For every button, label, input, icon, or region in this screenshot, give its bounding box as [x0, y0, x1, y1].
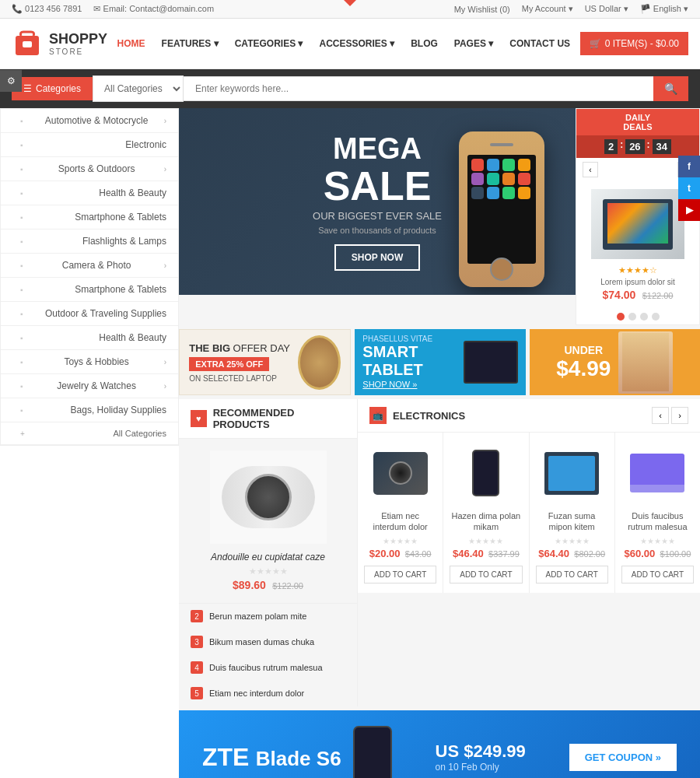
sidebar-link-outdoor[interactable]: Outdoor & Traveling Supplies [1, 302, 178, 325]
wishlist-link[interactable]: My Wishlist (0) [454, 5, 510, 14]
product-stars: ★★★★★ [536, 537, 608, 545]
account-link[interactable]: My Account ▾ [522, 4, 573, 14]
list-item[interactable]: 5 Etiam nec interdum dolor [179, 681, 357, 706]
electronics-next-button[interactable]: › [671, 407, 688, 424]
product-card: Etiam nec interdum dolor ★★★★★ $20.00 $4… [358, 433, 443, 593]
zte-coupon-button[interactable]: GET COUPON » [569, 744, 677, 771]
sidebar-link-smartphone1[interactable]: Smartphone & Tablets [1, 205, 178, 229]
product-name: Lorem ipsum dolor sit [584, 278, 691, 286]
settings-button[interactable]: ⚙ [0, 70, 22, 92]
sidebar-link-sports[interactable]: Sports & Outdoors › [1, 157, 178, 180]
list-item-label: Etiam nec interdum dolor [209, 689, 304, 698]
model-image [618, 331, 673, 394]
sub-banner-laptop[interactable]: THE BIG OFFER DAY EXTRA 25% OFF ON SELEC… [179, 329, 351, 395]
dot-active [617, 313, 625, 321]
product-pricing: $20.00 $43.00 [364, 548, 436, 559]
sidebar-link-jewelry[interactable]: Jewelry & Watches › [1, 374, 178, 398]
tv-shape [603, 199, 673, 250]
sidebar-item: Automotive & Motocrycle › [1, 109, 178, 133]
twitter-button[interactable]: t [678, 177, 700, 199]
currency-link[interactable]: US Dollar ▾ [585, 4, 628, 14]
arrow-icon: › [164, 117, 166, 125]
sidebar-link-bags[interactable]: Bags, Holiday Supplies [1, 398, 178, 422]
nav-accessories[interactable]: ACCESSORIES ▾ [313, 34, 401, 53]
product-stars: ★★★★★ [450, 537, 522, 545]
sidebar-item: Outdoor & Traveling Supplies [1, 302, 178, 326]
nav-categories[interactable]: CATEGORIES ▾ [229, 34, 310, 53]
nav-contact[interactable]: CONTACT US [503, 34, 576, 53]
recommended-list: 2 Berun mazem polam mite 3 Bikum masen d… [179, 604, 357, 706]
add-to-cart-button[interactable]: ADD TO CART [364, 566, 436, 584]
product-stars: ★★★★☆ [584, 265, 691, 275]
nav-home[interactable]: HOME [111, 34, 152, 53]
nav-blog[interactable]: BLOG [404, 34, 444, 53]
sub-banner-price: $4.99 [556, 356, 611, 381]
deals-dots [576, 309, 699, 324]
facebook-button[interactable]: f [678, 156, 700, 177]
featured-product-name: Andouille eu cupidatat caze [191, 552, 345, 562]
add-to-cart-button[interactable]: ADD TO CART [450, 566, 522, 584]
sidebar-link-smartphone2[interactable]: Smartphone & Tablets [1, 278, 178, 301]
list-item[interactable]: 3 Bikum masen dumas chuka [179, 629, 357, 655]
top-bar-right: My Wishlist (0) My Account ▾ US Dollar ▾… [454, 4, 688, 14]
sub-banner-tablet[interactable]: PHASELLUS VITAE SMART TABLET SHOP NOW » [355, 329, 525, 395]
electronics-header: 📺 ELECTRONICS ‹ › [358, 399, 700, 433]
sidebar-link-toys[interactable]: Toys & Hobbies › [1, 350, 178, 373]
dot-3 [652, 313, 660, 321]
list-item[interactable]: 2 Berun mazem polam mite [179, 604, 357, 629]
list-item-label: Bikum masen dumas chuka [209, 637, 314, 647]
sidebar-link-flashlights[interactable]: Flashlights & Lamps [1, 230, 178, 253]
social-bar: f t ▶ [678, 156, 700, 221]
category-select[interactable]: All Categories [93, 75, 184, 102]
zte-offer: US $249.99 on 10 Feb Only [436, 741, 526, 773]
shop-now-button[interactable]: SHOP NOW [334, 244, 420, 271]
nav-features[interactable]: FEATURES ▾ [156, 34, 225, 53]
featured-product-price: $89.60 $122.00 [191, 579, 345, 591]
add-to-cart-button[interactable]: ADD TO CART [621, 566, 694, 584]
timer-seconds: 34 [653, 139, 671, 154]
product-image [369, 442, 432, 504]
sidebar-nav: Automotive & Motocrycle › Electronic Spo… [0, 108, 179, 446]
recommended-icon: ♥ [191, 410, 207, 427]
dot-1 [628, 313, 636, 321]
sidebar-link-automotive[interactable]: Automotive & Motocrycle › [1, 109, 178, 132]
search-input[interactable] [184, 76, 653, 101]
sidebar-link-camera[interactable]: Camera & Photo › [1, 254, 178, 277]
sub-banner-tag: PHASELLUS VITAE [362, 335, 455, 343]
product-stars: ★★★★★ [621, 537, 694, 545]
language-link[interactable]: 🏴 English ▾ [640, 4, 688, 14]
zte-phone-image [353, 726, 392, 778]
list-item-label: Berun mazem polam mite [209, 612, 306, 621]
categories-menu-button[interactable]: ☰ Categories [12, 77, 93, 100]
sub-banner-link[interactable]: SHOP NOW » [362, 380, 417, 389]
sidebar-item: Bags, Holiday Supplies [1, 398, 178, 422]
sidebar-link-health2[interactable]: Health & Beauty [1, 326, 178, 349]
sub-banner-title: THE BIG OFFER DAY [189, 342, 290, 354]
sidebar-link-all[interactable]: All Categories [1, 422, 178, 444]
timer-minutes: 26 [625, 139, 644, 154]
sub-banner-name: SMART TABLET [362, 343, 455, 379]
list-item[interactable]: 4 Duis faucibus rutrum malesua [179, 655, 357, 681]
search-button[interactable]: 🔍 [653, 76, 688, 101]
arrow-icon: › [164, 382, 166, 391]
recommended-header: ♥ RECOMMENDED PRODUCTS [179, 399, 357, 439]
sidebar-link-health1[interactable]: Health & Beauty [1, 181, 178, 205]
youtube-button[interactable]: ▶ [678, 199, 700, 221]
sidebar-item: Flashlights & Lamps [1, 230, 178, 254]
sub-banner-under[interactable]: UNDER $4.99 [530, 329, 700, 395]
sidebar-item: Smartphone & Tablets [1, 205, 178, 230]
electronics-prev-button[interactable]: ‹ [652, 407, 669, 424]
content-area: MEGA SALE OUR BIGGEST EVER SALE Save on … [179, 108, 700, 778]
product-price: $74.00 $122.00 [584, 289, 691, 301]
deals-prev-button[interactable]: ‹ [583, 162, 598, 177]
cart-button[interactable]: 🛒 0 ITEM(S) - $0.00 [580, 32, 688, 55]
logo-icon [12, 28, 43, 59]
banner-row: MEGA SALE OUR BIGGEST EVER SALE Save on … [179, 108, 700, 325]
sidebar-link-electronic[interactable]: Electronic [1, 133, 178, 156]
nav-pages[interactable]: PAGES ▾ [448, 34, 499, 53]
add-to-cart-button[interactable]: ADD TO CART [536, 566, 608, 584]
tv-screen [607, 203, 668, 244]
sub-banner-sub: ON SELECTED LAPTOP [189, 374, 290, 383]
phone-shape [472, 450, 499, 496]
camera-lens [389, 461, 412, 485]
